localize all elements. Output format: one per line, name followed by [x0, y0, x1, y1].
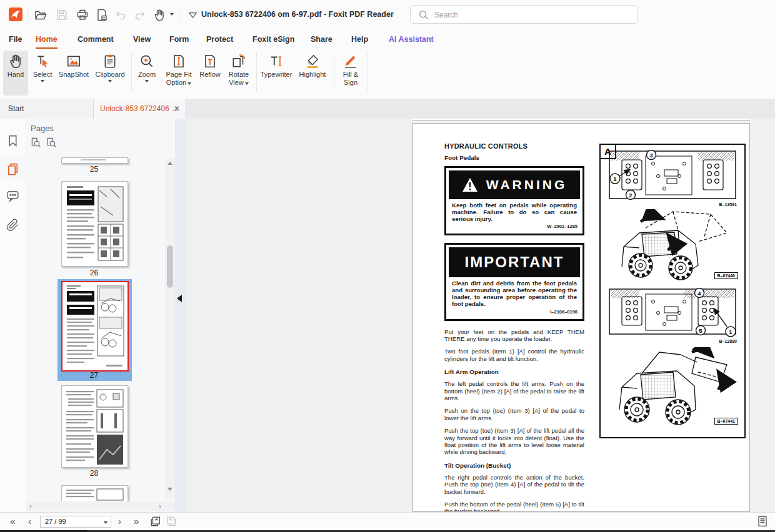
next-view-button[interactable] [166, 516, 177, 527]
scroll-up-arrow-icon[interactable] [168, 162, 172, 165]
figure-pedals-top: 1 3 2 B–13591 [604, 150, 741, 207]
rotate-view-button[interactable]: Rotate View [224, 51, 254, 96]
window-title: Unlock-853 6722406 om 6-97.pdf - Foxit P… [201, 10, 394, 19]
document-view[interactable]: HYDRAULIC CONTROLS Foot Pedals WARNING K… [186, 119, 775, 512]
search-box[interactable] [410, 5, 638, 24]
tab-start[interactable]: Start [0, 99, 94, 119]
thumbnail-page-26[interactable] [61, 181, 128, 267]
page-number-caret-icon [104, 521, 108, 526]
snapshot-button[interactable]: SnapShot [58, 51, 90, 96]
thumbnail-page-27[interactable] [61, 281, 129, 372]
menu-view[interactable]: View [133, 33, 151, 46]
figure-code: B–07440 [714, 272, 738, 279]
select-button[interactable]: Select [29, 51, 56, 96]
rotate-view-icon [231, 53, 247, 69]
page-number-value: 27 / 99 [45, 518, 66, 525]
doc-subheading: Foot Pedals [444, 154, 584, 161]
scroll-right-arrow-icon[interactable]: › [159, 501, 161, 511]
doc-heading: HYDRAULIC CONTROLS [444, 142, 584, 150]
save-icon [55, 8, 69, 22]
highlight-button[interactable]: Highlight [295, 51, 330, 96]
menu-file[interactable]: File [9, 33, 22, 46]
thumbnail-label-25: 25 [61, 165, 128, 174]
open-file-icon[interactable] [34, 8, 48, 22]
warning-triangle-icon [462, 177, 478, 192]
fill-sign-button[interactable]: Fill & Sign [336, 51, 365, 96]
next-page-button[interactable]: › [118, 515, 121, 528]
collapse-panel-icon[interactable] [177, 295, 182, 302]
svg-text:5: 5 [699, 327, 702, 334]
menu-form[interactable]: Form [169, 33, 189, 46]
pages-panel-active-tab[interactable] [0, 157, 26, 181]
clipboard-icon [102, 53, 118, 69]
figure-loader-lift: B–07440 [604, 209, 741, 282]
menu-home[interactable]: Home [36, 33, 58, 49]
tab-document[interactable]: Unlock-853 6722406 ... ✕ [94, 99, 185, 119]
thumbnail-page-29[interactable] [61, 485, 128, 502]
single-page-view-icon[interactable] [757, 516, 768, 527]
paragraph: Two foot pedals (Item 1) [A] control the… [444, 348, 584, 362]
bookmarks-panel-icon[interactable] [6, 134, 19, 147]
previous-page-edge [412, 119, 750, 121]
attachments-panel-icon[interactable] [6, 219, 19, 232]
thumbnails-horizontal-scrollbar[interactable]: ‹ › [26, 501, 175, 511]
paragraph: Put your feet on the pedals and KEEP THE… [444, 328, 584, 343]
tab-document-label: Unlock-853 6722406 ... [100, 104, 178, 113]
export-page-icon[interactable] [95, 8, 109, 22]
reflow-button[interactable]: Reflow [196, 51, 224, 96]
menu-foxit-esign[interactable]: Foxit eSign [252, 33, 294, 46]
menu-protect[interactable]: Protect [206, 33, 233, 46]
previous-page-button[interactable]: ‹ [28, 515, 31, 528]
menu-comment[interactable]: Comment [78, 33, 114, 46]
zoom-button[interactable]: Zoom [134, 51, 160, 96]
scroll-down-arrow-icon[interactable] [168, 488, 172, 491]
figure-code: B–07441 [714, 418, 738, 425]
menu-share[interactable]: Share [311, 33, 332, 46]
redo-icon [133, 8, 147, 22]
thumbnail-page-25[interactable] [61, 157, 128, 164]
thumbnail-page-28[interactable] [61, 385, 128, 468]
figure-loader-bucket: B–07441 [604, 347, 741, 427]
status-bar: « ‹ 27 / 99 › » [0, 512, 775, 531]
important-text: Clean dirt and debris from the foot peda… [449, 277, 580, 308]
previous-view-button[interactable] [150, 516, 161, 527]
first-page-button[interactable]: « [10, 515, 15, 528]
comments-panel-icon[interactable] [6, 189, 19, 202]
hand-tool-icon[interactable] [152, 8, 166, 22]
paragraph: The right pedal controls the action of t… [444, 474, 584, 495]
panel-splitter[interactable] [175, 119, 186, 512]
menu-ai-assistant[interactable]: AI Assistant [389, 33, 434, 46]
page-fit-option-button[interactable]: Page Fit Option [161, 51, 196, 96]
section-heading: Tilt Operation (Bucket) [444, 462, 584, 469]
title-bar: Unlock-853 6722406 om 6-97.pdf - Foxit P… [0, 0, 775, 29]
last-page-button[interactable]: » [134, 515, 139, 528]
warning-box: WARNING Keep both feet on pedals while o… [444, 166, 584, 235]
search-input[interactable] [433, 8, 629, 22]
thumbnails-vertical-scrollbar[interactable] [165, 158, 175, 500]
reflow-icon [202, 53, 218, 69]
enlarge-thumbnails-icon[interactable] [46, 137, 57, 148]
clipboard-button[interactable]: Clipboard [91, 51, 129, 96]
warning-title: WARNING [486, 177, 568, 192]
typewriter-button[interactable]: Typewriter [259, 51, 294, 96]
pdf-page: HYDRAULIC CONTROLS Foot Pedals WARNING K… [412, 123, 750, 512]
select-icon [34, 53, 51, 69]
menu-help[interactable]: Help [351, 33, 368, 46]
thumbnail-label-26: 26 [61, 268, 128, 277]
important-code: I–2106–0196 [449, 308, 580, 317]
tab-close-icon[interactable]: ✕ [174, 99, 180, 119]
scroll-left-arrow-icon[interactable]: ‹ [29, 501, 32, 511]
page-number-combobox[interactable]: 27 / 99 [40, 516, 111, 528]
hand-icon [8, 53, 24, 69]
snapshot-icon [66, 53, 82, 69]
ribbon-toolbar: Hand Select SnapShot Clipboard Zoom Page… [0, 49, 775, 99]
hand-tool-caret-icon[interactable] [170, 13, 174, 17]
select-caret-icon [41, 80, 44, 84]
hand-button[interactable]: Hand [3, 51, 28, 96]
vertical-scrollbar-thumb[interactable] [167, 245, 173, 288]
print-icon[interactable] [76, 8, 89, 22]
reduce-thumbnails-icon[interactable] [31, 137, 41, 148]
zoom-icon [139, 53, 155, 69]
collapse-toolbar-icon[interactable] [188, 10, 198, 21]
thumbnail-label-28: 28 [61, 469, 128, 478]
